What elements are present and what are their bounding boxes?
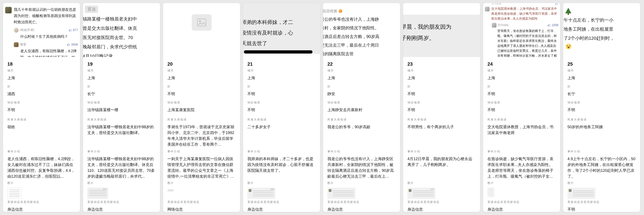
commenter-name: 柿油(作者) xyxy=(20,28,69,32)
field-label-direct: 直接信息还是间接信息 xyxy=(568,200,636,204)
event-value: 在急诊病逝，缺少氧气等医疗资源，哀求医生求职未果...夫人亦感染为阳性。吴老师苦… xyxy=(488,156,556,179)
case-number: 19 xyxy=(87,61,156,67)
city-value: 上海 xyxy=(328,75,396,81)
attachment-thumbnail[interactable] xyxy=(488,187,494,197)
tree-emoji-icon xyxy=(565,8,571,13)
case-screenshot-preview[interactable]: 我几十年前就认识的一位胡姓朋友也是因为封控、核酸检测等原因没有得到及时救治而死亡… xyxy=(3,3,80,57)
event-value: 法华镇路某楼一楼独居老夫妇中88岁的丈夫，曾经是交大出版社翻译。休克后110、1… xyxy=(87,156,156,179)
address-value: 不明 xyxy=(568,107,636,113)
screenshot-text: 早晨，我的朋友因为 子刚刚两岁。 xyxy=(403,15,480,44)
thumbs-up-icon xyxy=(69,29,72,32)
deceased-value: 二十多岁女子 xyxy=(248,124,316,130)
case-screenshot-preview[interactable]: 师弟的本科师妹，才二 疫情没有及时就诊，心 天就去世了 xyxy=(243,3,320,57)
like-count: 1008 xyxy=(548,23,558,27)
case-card-19[interactable]: 置顶 镇路某楼一楼独居老夫妇中 曾是交大出版社翻译。休克 医无对接医院而去世。7… xyxy=(83,3,160,212)
avatar xyxy=(492,23,496,28)
attachment-thumbnail[interactable]: 2147 xyxy=(408,187,436,199)
city-value: 上海 xyxy=(167,75,236,81)
thumbs-up-icon xyxy=(67,43,70,46)
field-label-direct: 直接信息还是间接信息 xyxy=(488,200,556,204)
screenshot-text: 镇路某楼一楼独居老夫妇中 曾是交大出版社翻译。休克 医无对接医院而去世。70 晚… xyxy=(83,14,160,57)
commenter-name: ETHAN xyxy=(492,3,555,6)
attachment-thumbnail[interactable]: 4717 xyxy=(87,187,108,199)
case-screenshot-preview[interactable]: 鼠甜橙酱 老公的爷爷也没有计入，上海静 新村，全家阴的情况下他阳性。 离酒店后差… xyxy=(323,3,400,57)
field-label-district: 区 xyxy=(408,85,476,89)
field-label-district: 区 xyxy=(7,85,76,89)
case-card-22[interactable]: 鼠甜橙酱 老公的爷爷也没有计入，上海静 新村，全家阴的情况下他阳性。 离酒店后差… xyxy=(323,3,400,212)
case-number: 18 xyxy=(7,61,76,67)
field-label-deceased: 死者大体描述 xyxy=(167,118,236,122)
orange-emoji-icon xyxy=(338,9,342,13)
case-screenshot-preview[interactable]: ETHAN 交大电院退休教授，上海书协会员，书法家吴中南老师在急诊病逝，缺少氧气… xyxy=(483,3,560,57)
direct-value: 网络信息 xyxy=(167,206,236,212)
field-label-district: 区 xyxy=(328,85,396,89)
field-label-city: 城市 xyxy=(7,69,76,73)
field-label-address: 地址描述 xyxy=(408,101,476,104)
field-label-event: 事件介绍 xyxy=(87,150,156,153)
gallery-board: 我几十年前就认识的一位胡姓朋友也是因为封控、核酸检测等原因没有得到及时救治而死亡… xyxy=(0,0,644,215)
avatar xyxy=(5,7,12,13)
field-label-event: 事件介绍 xyxy=(408,150,476,153)
field-label-event: 事件介绍 xyxy=(568,150,636,153)
address-value: 不明 xyxy=(7,107,76,113)
field-label-deceased: 死者大体描述 xyxy=(568,118,636,122)
case-card-25[interactable]: 午十点左右，长宁的一小 地务工阿姨，在出租屋里 了2个小时的120赶到时， 25… xyxy=(563,3,640,212)
comment-text: 什么时候？生了其他疾病吗？ xyxy=(20,34,78,40)
direct-value: 身边信息 xyxy=(488,206,556,212)
address-value: 上海静安去共康新村 xyxy=(328,107,396,113)
case-number: 22 xyxy=(328,61,396,67)
field-label-district: 区 xyxy=(248,85,316,89)
case-card-18[interactable]: 我几十年前就认识的一位胡姓朋友也是因为封控、核酸检测等原因没有得到及时救治而死亡… xyxy=(3,3,80,212)
field-label-deceased: 死者大体描述 xyxy=(408,118,476,122)
deceased-value: 胡姓 xyxy=(7,124,76,130)
attachment-thumbnail[interactable] xyxy=(167,189,174,191)
field-label-city: 城市 xyxy=(568,69,636,73)
attachment-thumbnail[interactable] xyxy=(328,187,356,199)
field-label-deceased: 死者大体描述 xyxy=(488,118,556,122)
field-label-direct: 直接信息还是间接信息 xyxy=(328,200,396,204)
event-value: 4月12日早晨，我的朋友因为心梗永远离开了，儿子刚刚两岁。 xyxy=(408,156,476,168)
address-value: 上海某康复医院 xyxy=(167,107,236,113)
like-count: 3506 xyxy=(67,43,78,46)
deceased-value: 不明男性，有个两岁的儿子 xyxy=(408,124,476,130)
attachment-thumbnail[interactable] xyxy=(7,187,22,199)
case-screenshot-preview[interactable]: 午十点左右，长宁的一小 地务工阿姨，在出租屋里 了2个小时的120赶到时， xyxy=(563,3,640,57)
field-label-deceased: 死者大体描述 xyxy=(87,118,156,122)
case-card-23[interactable]: 早晨，我的朋友因为 子刚刚两岁。 23 城市上海 区不明 地址描述不明 死者大体… xyxy=(403,3,480,212)
address-value: 不明 xyxy=(248,107,316,113)
crying-face-emoji-icon xyxy=(566,44,571,49)
field-label-image: 图片 xyxy=(488,181,556,185)
attachment-thumbnail[interactable] xyxy=(568,187,596,199)
direct-value: 身边信息 xyxy=(7,206,76,212)
field-label-event: 事件介绍 xyxy=(7,150,76,153)
case-screenshot-preview[interactable] xyxy=(163,3,240,57)
like-count: 2147 xyxy=(430,188,434,190)
field-label-address: 地址描述 xyxy=(328,101,396,104)
field-label-image: 图片 xyxy=(248,181,316,185)
field-label-event: 事件介绍 xyxy=(328,150,396,153)
district-value: 长宁 xyxy=(87,91,156,97)
like-count: 3349 xyxy=(270,188,274,190)
city-value: 上海 xyxy=(7,75,76,81)
field-label-event: 事件介绍 xyxy=(167,150,236,153)
attachment-thumbnail[interactable]: 3349 xyxy=(248,187,276,199)
field-label-city: 城市 xyxy=(167,69,236,73)
case-screenshot-preview[interactable]: 早晨，我的朋友因为 子刚刚两岁。 xyxy=(403,3,480,57)
direct-value: 不明 xyxy=(568,206,636,212)
case-card-24[interactable]: ETHAN 交大电院退休教授，上海书协会员，书法家吴中南老师在急诊病逝，缺少氧气… xyxy=(483,3,560,212)
case-card-21[interactable]: 师弟的本科师妹，才二 疫情没有及时就诊，心 天就去世了 21 城市上海 区不明 … xyxy=(243,3,320,212)
field-label-city: 城市 xyxy=(488,69,556,73)
district-value: 不明 xyxy=(248,91,316,97)
comment-text: 我几十年前就认识的一位胡姓朋友也是因为封控、核酸检测等原因没有得到及时救治而死亡… xyxy=(14,7,78,25)
case-card-20[interactable]: 20 城市上海 区不明 地址描述上海某康复医院 死者大体描述李昶生于1973年，… xyxy=(163,3,240,212)
commenter-name: 敏宴 xyxy=(20,43,67,46)
district-value: 浦西 xyxy=(7,91,76,97)
field-label-address: 地址描述 xyxy=(248,101,316,104)
case-screenshot-preview[interactable]: 置顶 镇路某楼一楼独居老夫妇中 曾是交大出版社翻译。休克 医无对接医院而去世。7… xyxy=(83,3,160,57)
field-label-image: 图片 xyxy=(87,181,156,185)
field-label-direct: 直接信息还是间接信息 xyxy=(408,200,476,204)
broken-image-placeholder-icon xyxy=(192,14,212,31)
event-value: 我师弟的本科师妹，才二十多岁，也是因为疫情没有及时就诊，心脏不舒服送医院隔天就去… xyxy=(248,156,316,173)
city-value: 上海 xyxy=(408,75,476,81)
field-label-event: 事件介绍 xyxy=(488,150,556,153)
